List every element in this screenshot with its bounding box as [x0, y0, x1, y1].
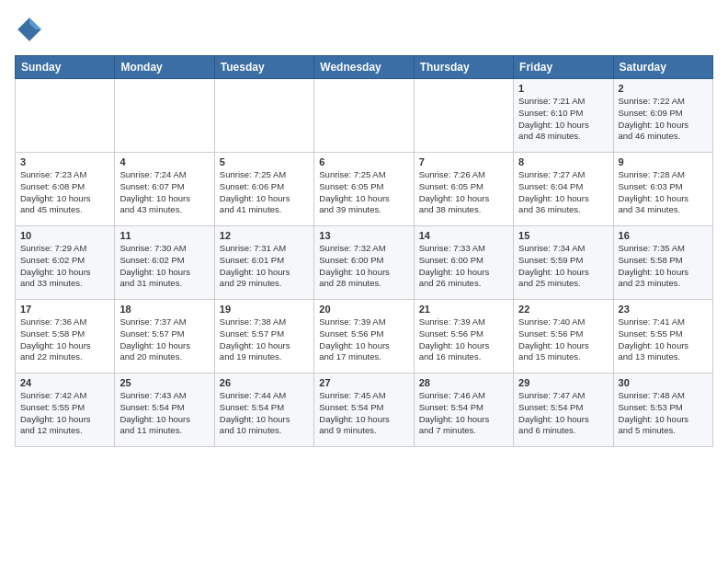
day-info: Sunrise: 7:29 AM Sunset: 6:02 PM Dayligh…: [20, 243, 109, 290]
day-info: Sunrise: 7:33 AM Sunset: 6:00 PM Dayligh…: [419, 243, 508, 290]
calendar-cell: 16Sunrise: 7:35 AM Sunset: 5:58 PM Dayli…: [613, 226, 712, 300]
calendar-cell: 26Sunrise: 7:44 AM Sunset: 5:54 PM Dayli…: [214, 373, 313, 447]
calendar-body: 1Sunrise: 7:21 AM Sunset: 6:10 PM Daylig…: [16, 79, 713, 447]
day-number: 23: [619, 304, 708, 315]
day-number: 18: [119, 304, 209, 315]
day-info: Sunrise: 7:41 AM Sunset: 5:55 PM Dayligh…: [619, 316, 708, 363]
calendar-cell: 19Sunrise: 7:38 AM Sunset: 5:57 PM Dayli…: [214, 300, 313, 373]
day-number: 20: [319, 304, 408, 315]
day-info: Sunrise: 7:25 AM Sunset: 6:05 PM Dayligh…: [319, 169, 408, 216]
calendar-cell: 30Sunrise: 7:48 AM Sunset: 5:53 PM Dayli…: [613, 373, 712, 447]
day-number: 28: [419, 377, 508, 388]
calendar-cell: [16, 79, 115, 153]
calendar-cell: 29Sunrise: 7:47 AM Sunset: 5:54 PM Dayli…: [514, 373, 613, 447]
weekday-sunday: Sunday: [16, 56, 115, 79]
day-number: 5: [220, 156, 309, 167]
day-info: Sunrise: 7:32 AM Sunset: 6:00 PM Dayligh…: [319, 243, 408, 290]
day-info: Sunrise: 7:27 AM Sunset: 6:04 PM Dayligh…: [518, 169, 608, 216]
day-info: Sunrise: 7:42 AM Sunset: 5:55 PM Dayligh…: [20, 390, 109, 437]
calendar-cell: 27Sunrise: 7:45 AM Sunset: 5:54 PM Dayli…: [314, 373, 414, 447]
day-info: Sunrise: 7:48 AM Sunset: 5:53 PM Dayligh…: [619, 390, 708, 437]
day-number: 21: [419, 304, 508, 315]
calendar-cell: 22Sunrise: 7:40 AM Sunset: 5:56 PM Dayli…: [514, 300, 613, 373]
calendar-cell: 9Sunrise: 7:28 AM Sunset: 6:03 PM Daylig…: [613, 153, 712, 226]
day-number: 30: [619, 377, 708, 388]
day-info: Sunrise: 7:28 AM Sunset: 6:03 PM Dayligh…: [619, 169, 708, 216]
weekday-monday: Monday: [115, 56, 214, 79]
day-info: Sunrise: 7:47 AM Sunset: 5:54 PM Dayligh…: [518, 390, 608, 437]
calendar-cell: 20Sunrise: 7:39 AM Sunset: 5:56 PM Dayli…: [314, 300, 414, 373]
day-info: Sunrise: 7:35 AM Sunset: 5:58 PM Dayligh…: [619, 243, 708, 290]
day-info: Sunrise: 7:34 AM Sunset: 5:59 PM Dayligh…: [518, 243, 608, 290]
day-number: 17: [20, 304, 109, 315]
day-number: 7: [419, 156, 508, 167]
weekday-saturday: Saturday: [613, 56, 712, 79]
calendar-cell: [414, 79, 513, 153]
calendar-cell: 15Sunrise: 7:34 AM Sunset: 5:59 PM Dayli…: [514, 226, 613, 300]
week-row-3: 10Sunrise: 7:29 AM Sunset: 6:02 PM Dayli…: [16, 226, 713, 300]
calendar-cell: 8Sunrise: 7:27 AM Sunset: 6:04 PM Daylig…: [514, 153, 613, 226]
calendar-cell: 2Sunrise: 7:22 AM Sunset: 6:09 PM Daylig…: [613, 79, 712, 153]
day-number: 10: [20, 230, 109, 241]
day-info: Sunrise: 7:44 AM Sunset: 5:54 PM Dayligh…: [220, 390, 309, 437]
day-number: 19: [220, 304, 309, 315]
day-info: Sunrise: 7:21 AM Sunset: 6:10 PM Dayligh…: [518, 96, 608, 143]
day-number: 11: [119, 230, 209, 241]
day-info: Sunrise: 7:38 AM Sunset: 5:57 PM Dayligh…: [220, 316, 309, 363]
page-header: [15, 15, 713, 44]
day-info: Sunrise: 7:23 AM Sunset: 6:08 PM Dayligh…: [20, 169, 109, 216]
day-number: 3: [20, 156, 109, 167]
calendar-cell: 7Sunrise: 7:26 AM Sunset: 6:05 PM Daylig…: [414, 153, 513, 226]
calendar-cell: 17Sunrise: 7:36 AM Sunset: 5:58 PM Dayli…: [16, 300, 115, 373]
day-info: Sunrise: 7:26 AM Sunset: 6:05 PM Dayligh…: [419, 169, 508, 216]
day-info: Sunrise: 7:39 AM Sunset: 5:56 PM Dayligh…: [419, 316, 508, 363]
day-info: Sunrise: 7:24 AM Sunset: 6:07 PM Dayligh…: [119, 169, 209, 216]
weekday-friday: Friday: [514, 56, 613, 79]
day-info: Sunrise: 7:30 AM Sunset: 6:02 PM Dayligh…: [119, 243, 209, 290]
day-number: 24: [20, 377, 109, 388]
calendar-table: SundayMondayTuesdayWednesdayThursdayFrid…: [15, 55, 713, 447]
calendar-cell: [214, 79, 313, 153]
day-number: 2: [619, 83, 708, 94]
calendar-cell: 12Sunrise: 7:31 AM Sunset: 6:01 PM Dayli…: [214, 226, 313, 300]
day-number: 8: [518, 156, 608, 167]
calendar-cell: 13Sunrise: 7:32 AM Sunset: 6:00 PM Dayli…: [314, 226, 414, 300]
day-info: Sunrise: 7:40 AM Sunset: 5:56 PM Dayligh…: [518, 316, 608, 363]
logo-icon: [15, 15, 44, 44]
day-number: 22: [518, 304, 608, 315]
day-info: Sunrise: 7:46 AM Sunset: 5:54 PM Dayligh…: [419, 390, 508, 437]
day-info: Sunrise: 7:31 AM Sunset: 6:01 PM Dayligh…: [220, 243, 309, 290]
calendar-cell: 6Sunrise: 7:25 AM Sunset: 6:05 PM Daylig…: [314, 153, 414, 226]
day-info: Sunrise: 7:22 AM Sunset: 6:09 PM Dayligh…: [619, 96, 708, 143]
day-info: Sunrise: 7:43 AM Sunset: 5:54 PM Dayligh…: [119, 390, 209, 437]
calendar-cell: 25Sunrise: 7:43 AM Sunset: 5:54 PM Dayli…: [115, 373, 214, 447]
day-number: 12: [220, 230, 309, 241]
calendar-cell: 1Sunrise: 7:21 AM Sunset: 6:10 PM Daylig…: [514, 79, 613, 153]
day-number: 26: [220, 377, 309, 388]
day-number: 29: [518, 377, 608, 388]
day-info: Sunrise: 7:25 AM Sunset: 6:06 PM Dayligh…: [220, 169, 309, 216]
day-number: 9: [619, 156, 708, 167]
calendar-cell: 23Sunrise: 7:41 AM Sunset: 5:55 PM Dayli…: [613, 300, 712, 373]
day-info: Sunrise: 7:45 AM Sunset: 5:54 PM Dayligh…: [319, 390, 408, 437]
week-row-5: 24Sunrise: 7:42 AM Sunset: 5:55 PM Dayli…: [16, 373, 713, 447]
day-number: 4: [119, 156, 209, 167]
calendar-cell: [115, 79, 214, 153]
calendar-cell: 10Sunrise: 7:29 AM Sunset: 6:02 PM Dayli…: [16, 226, 115, 300]
calendar-cell: 18Sunrise: 7:37 AM Sunset: 5:57 PM Dayli…: [115, 300, 214, 373]
calendar-cell: 3Sunrise: 7:23 AM Sunset: 6:08 PM Daylig…: [16, 153, 115, 226]
day-number: 6: [319, 156, 408, 167]
calendar-cell: 5Sunrise: 7:25 AM Sunset: 6:06 PM Daylig…: [214, 153, 313, 226]
day-number: 16: [619, 230, 708, 241]
day-number: 25: [119, 377, 209, 388]
day-info: Sunrise: 7:39 AM Sunset: 5:56 PM Dayligh…: [319, 316, 408, 363]
logo: [15, 15, 48, 44]
weekday-tuesday: Tuesday: [214, 56, 313, 79]
calendar-cell: 14Sunrise: 7:33 AM Sunset: 6:00 PM Dayli…: [414, 226, 513, 300]
day-number: 1: [518, 83, 608, 94]
day-number: 15: [518, 230, 608, 241]
week-row-1: 1Sunrise: 7:21 AM Sunset: 6:10 PM Daylig…: [16, 79, 713, 153]
weekday-thursday: Thursday: [414, 56, 513, 79]
calendar-cell: 28Sunrise: 7:46 AM Sunset: 5:54 PM Dayli…: [414, 373, 513, 447]
calendar-cell: 24Sunrise: 7:42 AM Sunset: 5:55 PM Dayli…: [16, 373, 115, 447]
